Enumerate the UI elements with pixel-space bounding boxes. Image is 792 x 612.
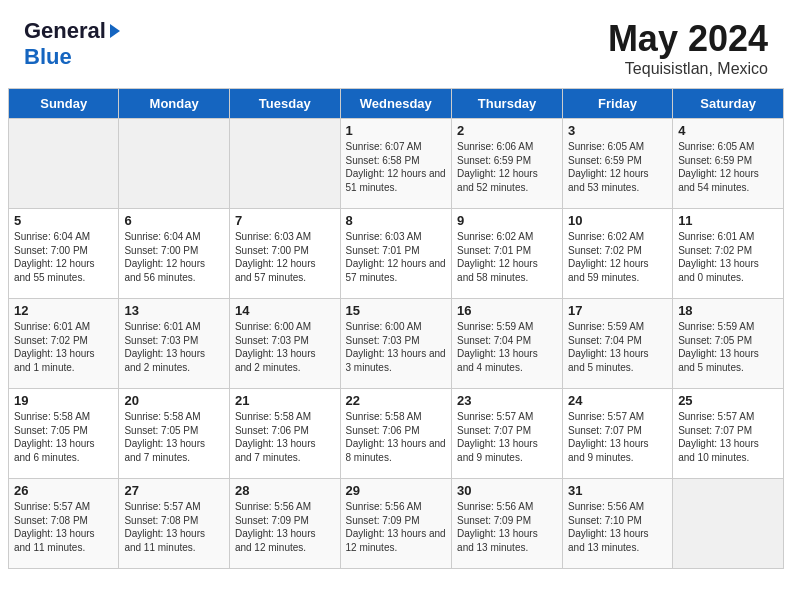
cell-content: Sunrise: 5:57 AMSunset: 7:07 PMDaylight:… [678, 410, 778, 464]
day-number: 8 [346, 213, 447, 228]
calendar-cell: 18Sunrise: 5:59 AMSunset: 7:05 PMDayligh… [673, 299, 784, 389]
calendar-cell: 26Sunrise: 5:57 AMSunset: 7:08 PMDayligh… [9, 479, 119, 569]
calendar-cell: 31Sunrise: 5:56 AMSunset: 7:10 PMDayligh… [563, 479, 673, 569]
calendar-cell: 3Sunrise: 6:05 AMSunset: 6:59 PMDaylight… [563, 119, 673, 209]
cell-content: Sunrise: 6:00 AMSunset: 7:03 PMDaylight:… [346, 320, 447, 374]
cell-content: Sunrise: 6:02 AMSunset: 7:01 PMDaylight:… [457, 230, 557, 284]
calendar-cell: 25Sunrise: 5:57 AMSunset: 7:07 PMDayligh… [673, 389, 784, 479]
day-number: 27 [124, 483, 224, 498]
calendar-cell: 9Sunrise: 6:02 AMSunset: 7:01 PMDaylight… [452, 209, 563, 299]
cell-content: Sunrise: 6:05 AMSunset: 6:59 PMDaylight:… [568, 140, 667, 194]
cell-content: Sunrise: 5:57 AMSunset: 7:08 PMDaylight:… [14, 500, 113, 554]
day-number: 29 [346, 483, 447, 498]
calendar-cell: 11Sunrise: 6:01 AMSunset: 7:02 PMDayligh… [673, 209, 784, 299]
day-number: 16 [457, 303, 557, 318]
day-number: 22 [346, 393, 447, 408]
calendar-cell: 17Sunrise: 5:59 AMSunset: 7:04 PMDayligh… [563, 299, 673, 389]
calendar-cell: 10Sunrise: 6:02 AMSunset: 7:02 PMDayligh… [563, 209, 673, 299]
calendar-cell [119, 119, 230, 209]
calendar-cell: 7Sunrise: 6:03 AMSunset: 7:00 PMDaylight… [229, 209, 340, 299]
day-number: 14 [235, 303, 335, 318]
day-number: 4 [678, 123, 778, 138]
month-title: May 2024 [608, 18, 768, 60]
calendar-week-row: 19Sunrise: 5:58 AMSunset: 7:05 PMDayligh… [9, 389, 784, 479]
cell-content: Sunrise: 5:57 AMSunset: 7:08 PMDaylight:… [124, 500, 224, 554]
day-number: 12 [14, 303, 113, 318]
calendar-cell: 6Sunrise: 6:04 AMSunset: 7:00 PMDaylight… [119, 209, 230, 299]
cell-content: Sunrise: 5:57 AMSunset: 7:07 PMDaylight:… [568, 410, 667, 464]
day-number: 11 [678, 213, 778, 228]
day-number: 1 [346, 123, 447, 138]
calendar-cell: 20Sunrise: 5:58 AMSunset: 7:05 PMDayligh… [119, 389, 230, 479]
cell-content: Sunrise: 6:04 AMSunset: 7:00 PMDaylight:… [14, 230, 113, 284]
day-number: 25 [678, 393, 778, 408]
cell-content: Sunrise: 6:03 AMSunset: 7:00 PMDaylight:… [235, 230, 335, 284]
day-number: 17 [568, 303, 667, 318]
calendar-day-header: Friday [563, 89, 673, 119]
day-number: 5 [14, 213, 113, 228]
calendar-cell: 14Sunrise: 6:00 AMSunset: 7:03 PMDayligh… [229, 299, 340, 389]
day-number: 9 [457, 213, 557, 228]
logo-arrow-icon [110, 24, 120, 38]
calendar-cell: 22Sunrise: 5:58 AMSunset: 7:06 PMDayligh… [340, 389, 452, 479]
day-number: 20 [124, 393, 224, 408]
day-number: 24 [568, 393, 667, 408]
location: Tequisistlan, Mexico [608, 60, 768, 78]
cell-content: Sunrise: 5:56 AMSunset: 7:10 PMDaylight:… [568, 500, 667, 554]
calendar-cell: 4Sunrise: 6:05 AMSunset: 6:59 PMDaylight… [673, 119, 784, 209]
cell-content: Sunrise: 5:59 AMSunset: 7:04 PMDaylight:… [457, 320, 557, 374]
cell-content: Sunrise: 5:58 AMSunset: 7:06 PMDaylight:… [346, 410, 447, 464]
calendar-day-header: Monday [119, 89, 230, 119]
calendar-cell: 30Sunrise: 5:56 AMSunset: 7:09 PMDayligh… [452, 479, 563, 569]
calendar-cell: 24Sunrise: 5:57 AMSunset: 7:07 PMDayligh… [563, 389, 673, 479]
calendar-header-row: SundayMondayTuesdayWednesdayThursdayFrid… [9, 89, 784, 119]
logo-general: General [24, 18, 106, 44]
cell-content: Sunrise: 6:01 AMSunset: 7:02 PMDaylight:… [678, 230, 778, 284]
day-number: 26 [14, 483, 113, 498]
day-number: 15 [346, 303, 447, 318]
day-number: 18 [678, 303, 778, 318]
day-number: 3 [568, 123, 667, 138]
calendar-cell: 5Sunrise: 6:04 AMSunset: 7:00 PMDaylight… [9, 209, 119, 299]
calendar-cell [229, 119, 340, 209]
day-number: 31 [568, 483, 667, 498]
day-number: 2 [457, 123, 557, 138]
day-number: 13 [124, 303, 224, 318]
cell-content: Sunrise: 6:04 AMSunset: 7:00 PMDaylight:… [124, 230, 224, 284]
calendar-cell: 16Sunrise: 5:59 AMSunset: 7:04 PMDayligh… [452, 299, 563, 389]
cell-content: Sunrise: 6:01 AMSunset: 7:03 PMDaylight:… [124, 320, 224, 374]
cell-content: Sunrise: 5:56 AMSunset: 7:09 PMDaylight:… [457, 500, 557, 554]
cell-content: Sunrise: 6:01 AMSunset: 7:02 PMDaylight:… [14, 320, 113, 374]
cell-content: Sunrise: 6:03 AMSunset: 7:01 PMDaylight:… [346, 230, 447, 284]
cell-content: Sunrise: 5:58 AMSunset: 7:05 PMDaylight:… [14, 410, 113, 464]
page-header: General Blue May 2024 Tequisistlan, Mexi… [0, 0, 792, 88]
cell-content: Sunrise: 6:07 AMSunset: 6:58 PMDaylight:… [346, 140, 447, 194]
calendar-cell: 19Sunrise: 5:58 AMSunset: 7:05 PMDayligh… [9, 389, 119, 479]
day-number: 28 [235, 483, 335, 498]
title-section: May 2024 Tequisistlan, Mexico [608, 18, 768, 78]
day-number: 7 [235, 213, 335, 228]
calendar: SundayMondayTuesdayWednesdayThursdayFrid… [0, 88, 792, 577]
cell-content: Sunrise: 6:05 AMSunset: 6:59 PMDaylight:… [678, 140, 778, 194]
calendar-cell [673, 479, 784, 569]
cell-content: Sunrise: 5:56 AMSunset: 7:09 PMDaylight:… [346, 500, 447, 554]
calendar-cell: 13Sunrise: 6:01 AMSunset: 7:03 PMDayligh… [119, 299, 230, 389]
day-number: 10 [568, 213, 667, 228]
calendar-day-header: Thursday [452, 89, 563, 119]
calendar-cell: 2Sunrise: 6:06 AMSunset: 6:59 PMDaylight… [452, 119, 563, 209]
calendar-cell: 23Sunrise: 5:57 AMSunset: 7:07 PMDayligh… [452, 389, 563, 479]
cell-content: Sunrise: 5:57 AMSunset: 7:07 PMDaylight:… [457, 410, 557, 464]
cell-content: Sunrise: 5:59 AMSunset: 7:05 PMDaylight:… [678, 320, 778, 374]
calendar-day-header: Wednesday [340, 89, 452, 119]
cell-content: Sunrise: 6:02 AMSunset: 7:02 PMDaylight:… [568, 230, 667, 284]
logo: General Blue [24, 18, 120, 70]
calendar-day-header: Sunday [9, 89, 119, 119]
calendar-cell: 28Sunrise: 5:56 AMSunset: 7:09 PMDayligh… [229, 479, 340, 569]
calendar-cell: 27Sunrise: 5:57 AMSunset: 7:08 PMDayligh… [119, 479, 230, 569]
calendar-cell: 12Sunrise: 6:01 AMSunset: 7:02 PMDayligh… [9, 299, 119, 389]
day-number: 30 [457, 483, 557, 498]
calendar-cell [9, 119, 119, 209]
day-number: 21 [235, 393, 335, 408]
calendar-week-row: 26Sunrise: 5:57 AMSunset: 7:08 PMDayligh… [9, 479, 784, 569]
cell-content: Sunrise: 5:56 AMSunset: 7:09 PMDaylight:… [235, 500, 335, 554]
